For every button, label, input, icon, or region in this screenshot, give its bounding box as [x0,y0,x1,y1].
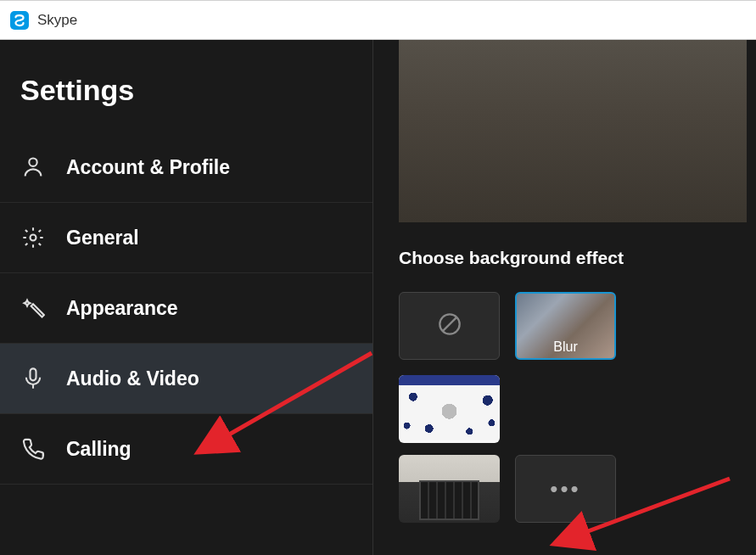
phone-icon [20,436,46,462]
svg-line-4 [442,317,456,331]
titlebar: Skype [0,0,756,40]
background-effect-section: Choose background effect Blur [373,222,756,555]
main-container: Settings Account & Profile General Appea… [0,40,756,555]
sidebar-item-label: Audio & Video [66,367,199,390]
background-effect-room[interactable] [399,455,500,523]
settings-header: Settings [0,40,372,132]
blur-label: Blur [517,336,614,358]
svg-point-1 [31,235,36,241]
sidebar-item-audio-video[interactable]: Audio & Video [0,344,372,414]
background-effect-pattern[interactable] [399,375,500,443]
microphone-icon [20,366,46,391]
sidebar-item-label: Calling [66,438,132,461]
sidebar-item-label: General [66,227,139,249]
sidebar-item-general[interactable]: General [0,203,372,273]
settings-title: Settings [20,74,352,107]
none-icon [438,312,462,339]
background-effect-thumbnails-row2: ••• [399,455,731,523]
settings-sidebar: Settings Account & Profile General Appea… [0,40,373,555]
sidebar-item-calling[interactable]: Calling [0,414,372,485]
sidebar-item-label: Appearance [66,297,178,320]
svg-point-0 [29,159,36,166]
sidebar-item-appearance[interactable]: Appearance [0,273,372,344]
skype-logo-icon [10,11,29,30]
background-effect-more[interactable]: ••• [515,455,616,523]
sidebar-item-account-profile[interactable]: Account & Profile [0,132,372,203]
sidebar-item-label: Account & Profile [66,156,230,179]
gear-icon [20,225,46,250]
background-effect-none[interactable] [399,292,500,360]
svg-rect-2 [31,368,36,380]
titlebar-app-name: Skype [37,12,77,29]
wand-icon [20,295,46,321]
background-effect-thumbnails: Blur [399,292,731,443]
background-effect-blur[interactable]: Blur [515,292,616,360]
video-preview [399,40,747,222]
content-panel: Choose background effect Blur [373,40,756,555]
room-thumb-art [419,480,479,519]
more-icon: ••• [550,476,580,502]
person-icon [20,154,46,180]
pattern-thumb-art [399,375,500,443]
background-effect-title: Choose background effect [399,248,731,268]
